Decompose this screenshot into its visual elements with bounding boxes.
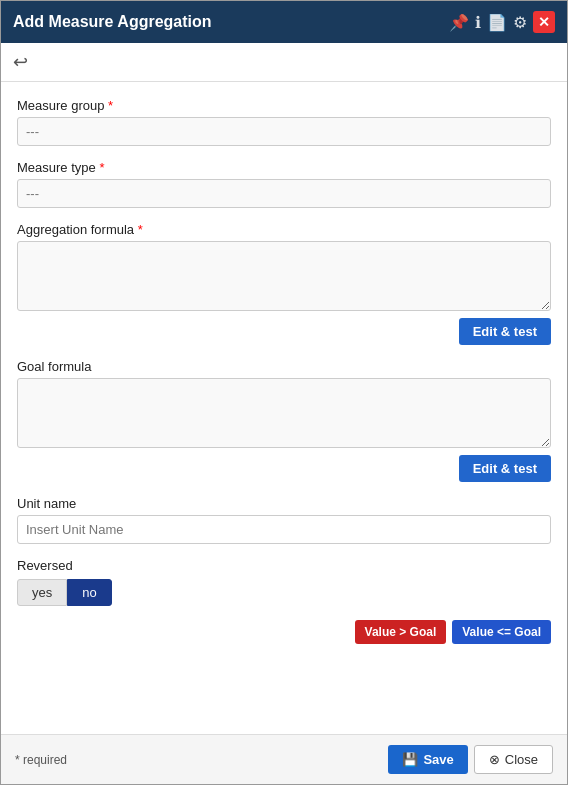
goal-formula-textarea[interactable] xyxy=(17,378,551,448)
edit-test-button-2[interactable]: Edit & test xyxy=(459,455,551,482)
close-footer-icon: ⊗ xyxy=(489,752,500,767)
edit-test-row-2: Edit & test xyxy=(17,455,551,482)
page-title: Add Measure Aggregation xyxy=(13,13,212,31)
close-footer-label: Close xyxy=(505,752,538,767)
measure-type-input[interactable] xyxy=(17,179,551,208)
aggregation-formula-label: Aggregation formula * xyxy=(17,222,551,237)
edit-test-row-1: Edit & test xyxy=(17,318,551,345)
toggle-no-button[interactable]: no xyxy=(67,579,111,606)
settings-icon[interactable]: ⚙ xyxy=(513,13,527,32)
info-icon[interactable]: ℹ xyxy=(475,13,481,32)
measure-group-label: Measure group * xyxy=(17,98,551,113)
goal-formula-field: Goal formula Edit & test xyxy=(17,359,551,482)
required-note: * required xyxy=(15,753,67,767)
toggle-group: yes no xyxy=(17,579,551,606)
toggle-yes-button[interactable]: yes xyxy=(17,579,67,606)
aggregation-formula-textarea[interactable] xyxy=(17,241,551,311)
unit-name-label: Unit name xyxy=(17,496,551,511)
reversed-label: Reversed xyxy=(17,558,551,573)
required-star-1: * xyxy=(104,98,113,113)
titlebar: Add Measure Aggregation 📌 ℹ 📄 ⚙ ✕ xyxy=(1,1,567,43)
unit-name-field: Unit name xyxy=(17,496,551,544)
footer-buttons: 💾 Save ⊗ Close xyxy=(388,745,553,774)
required-star-3: * xyxy=(134,222,143,237)
required-star-2: * xyxy=(96,160,105,175)
footer: * required 💾 Save ⊗ Close xyxy=(1,734,567,784)
measure-type-label: Measure type * xyxy=(17,160,551,175)
save-label: Save xyxy=(423,752,453,767)
pin-icon[interactable]: 📌 xyxy=(449,13,469,32)
export-icon[interactable]: 📄 xyxy=(487,13,507,32)
unit-name-input[interactable] xyxy=(17,515,551,544)
measure-type-field: Measure type * xyxy=(17,160,551,208)
measure-group-field: Measure group * xyxy=(17,98,551,146)
value-greater-goal-button[interactable]: Value > Goal xyxy=(355,620,447,644)
close-footer-button[interactable]: ⊗ Close xyxy=(474,745,553,774)
goal-formula-label: Goal formula xyxy=(17,359,551,374)
toolbar: ↩ xyxy=(1,43,567,82)
value-goal-row: Value > Goal Value <= Goal xyxy=(17,620,551,644)
close-window-button[interactable]: ✕ xyxy=(533,11,555,33)
reversed-section: Reversed yes no xyxy=(17,558,551,606)
back-button[interactable]: ↩ xyxy=(13,51,28,73)
content-area: Measure group * Measure type * Aggregati… xyxy=(1,82,567,734)
save-button[interactable]: 💾 Save xyxy=(388,745,467,774)
value-less-equal-goal-button[interactable]: Value <= Goal xyxy=(452,620,551,644)
window: Add Measure Aggregation 📌 ℹ 📄 ⚙ ✕ ↩ Meas… xyxy=(0,0,568,785)
aggregation-formula-field: Aggregation formula * Edit & test xyxy=(17,222,551,345)
save-icon: 💾 xyxy=(402,752,418,767)
titlebar-icons: 📌 ℹ 📄 ⚙ ✕ xyxy=(449,11,555,33)
edit-test-button-1[interactable]: Edit & test xyxy=(459,318,551,345)
measure-group-input[interactable] xyxy=(17,117,551,146)
